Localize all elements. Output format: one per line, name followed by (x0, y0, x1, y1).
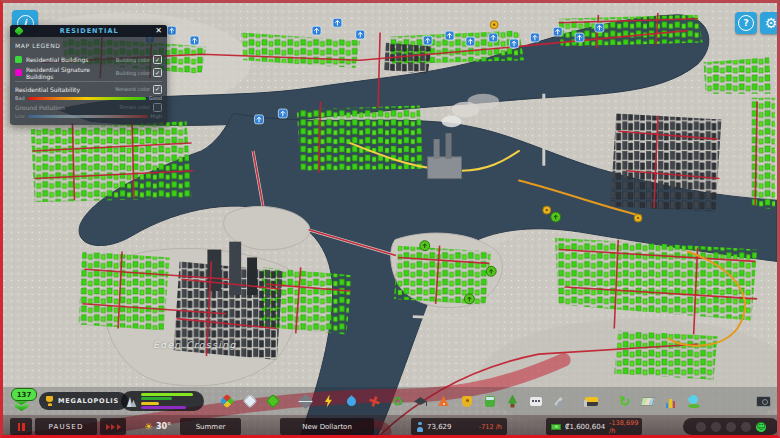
happy-face-icon (756, 422, 766, 432)
legend-title: MAP LEGEND (15, 42, 162, 49)
temperature-indicator: 30° (144, 418, 171, 435)
speed-arrow-icon (117, 424, 121, 430)
status-bar: PAUSED 30° Summer New Dollarton 73,629 -… (3, 415, 777, 438)
settings-button[interactable] (760, 12, 780, 34)
close-icon[interactable]: ✕ (155, 27, 162, 35)
map-tiles-icon[interactable] (640, 393, 655, 409)
milestone-pill[interactable]: MEGALOPOLIS (39, 392, 128, 410)
pause-state-label: PAUSED (35, 418, 97, 435)
population-indicator[interactable]: 73,629 -712 /h (411, 418, 507, 435)
police-icon[interactable] (459, 393, 474, 409)
simulation-speed-button[interactable] (100, 418, 126, 435)
bulldozer-icon[interactable] (584, 393, 599, 409)
electricity-icon[interactable] (321, 393, 336, 409)
district-label: Eden Crossing (153, 340, 237, 350)
happiness-indicator[interactable] (683, 418, 779, 435)
milestone-crystal-icon (125, 395, 137, 407)
xp-level-badge[interactable]: 137 (8, 388, 40, 414)
population-value: 73,629 (427, 423, 452, 431)
trophy-icon (45, 396, 54, 406)
roads-icon[interactable] (298, 393, 313, 409)
suitability-checkbox[interactable]: ✓ (153, 85, 162, 94)
build-toolbar (219, 392, 771, 410)
transportation-icon[interactable] (482, 393, 497, 409)
money-icon (551, 424, 561, 430)
residential-swatch (15, 56, 22, 63)
fire-rescue-icon[interactable] (436, 393, 451, 409)
happiness-step-icon (726, 422, 736, 432)
season-label: Summer (180, 418, 241, 435)
divider (15, 81, 162, 82)
statistics-icon[interactable] (663, 392, 678, 410)
happiness-step-icon (711, 422, 721, 432)
residential-checkbox[interactable]: ✓ (153, 55, 162, 64)
happiness-step-icon (696, 422, 706, 432)
pause-button[interactable] (10, 418, 32, 435)
pollution-section: Ground Pollution Terrain color Low High (15, 102, 162, 120)
speed-arrow-icon (106, 424, 110, 430)
education-icon[interactable] (413, 393, 428, 409)
pollution-checkbox[interactable] (153, 103, 162, 112)
pollution-gradient-bar (28, 115, 148, 118)
info-views-icon[interactable] (686, 393, 701, 409)
money-rate: -138,699 /h (609, 419, 638, 435)
legend-row-signature: Residential Signature Buildings Building… (15, 66, 162, 79)
photo-mode-icon[interactable] (756, 393, 771, 409)
happiness-step-icon (741, 422, 751, 432)
progression-icon[interactable] (617, 393, 632, 409)
healthcare-icon[interactable] (367, 393, 382, 409)
question-icon: ? (738, 15, 754, 31)
landscaping-icon[interactable] (551, 393, 566, 409)
demand-bar-residential (141, 393, 193, 396)
zone-demand-pill[interactable] (121, 391, 204, 411)
panel-title: RESIDENTIAL (23, 27, 155, 35)
money-indicator[interactable]: ₡1,600,604 -138,699 /h (546, 418, 642, 435)
areas-icon[interactable] (242, 393, 257, 409)
garbage-icon[interactable] (390, 393, 405, 409)
residential-infoview-panel: RESIDENTIAL ✕ MAP LEGEND Residential Bui… (10, 25, 167, 125)
parks-recreation-icon[interactable] (505, 393, 520, 409)
population-rate: -712 /h (479, 423, 502, 431)
speed-arrow-icon (111, 424, 115, 430)
legend-row-residential: Residential Buildings Building color ✓ (15, 53, 162, 66)
demand-bar-commercial (141, 397, 172, 400)
signature-checkbox[interactable]: ✓ (153, 68, 162, 77)
suitability-gradient-bar (28, 97, 146, 100)
game-screen: Eden Crossing i ? RESIDENTIAL ✕ MAP LEGE… (0, 0, 780, 438)
help-button[interactable]: ? (735, 12, 757, 34)
signature-buildings-icon[interactable] (265, 393, 280, 409)
demand-bars (141, 393, 197, 410)
suitability-section: Residential Suitability Network color ✓ … (15, 84, 162, 102)
milestone-label: MEGALOPOLIS (58, 397, 119, 405)
demand-bar-office (141, 406, 186, 409)
communications-icon[interactable] (528, 393, 543, 409)
signature-swatch (15, 69, 22, 76)
city-name-label: New Dollarton (280, 418, 374, 435)
person-icon (416, 422, 423, 432)
demand-bar-industrial (141, 402, 159, 405)
zones-icon[interactable] (219, 393, 234, 409)
xp-level-value: 137 (11, 388, 37, 401)
money-value: ₡1,600,604 (565, 423, 605, 431)
panel-header: RESIDENTIAL ✕ (10, 25, 167, 37)
water-sewage-icon[interactable] (344, 393, 359, 409)
